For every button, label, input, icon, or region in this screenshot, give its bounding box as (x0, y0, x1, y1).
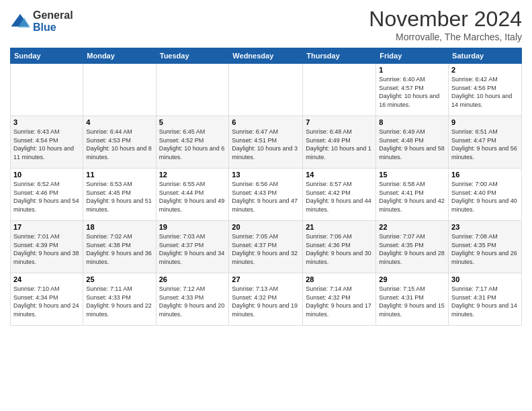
title-area: November 2024 Morrovalle, The Marches, I… (369, 7, 522, 42)
calendar-cell: 23Sunrise: 7:08 AM Sunset: 4:35 PM Dayli… (449, 221, 522, 273)
calendar-cell: 12Sunrise: 6:55 AM Sunset: 4:44 PM Dayli… (156, 169, 229, 221)
day-info: Sunrise: 6:52 AM Sunset: 4:46 PM Dayligh… (13, 180, 80, 214)
day-info: Sunrise: 6:53 AM Sunset: 4:45 PM Dayligh… (86, 180, 152, 214)
day-info: Sunrise: 7:02 AM Sunset: 4:38 PM Dayligh… (86, 232, 152, 266)
weekday-header-saturday: Saturday (449, 48, 522, 64)
day-info: Sunrise: 6:49 AM Sunset: 4:48 PM Dayligh… (379, 128, 445, 161)
calendar-cell: 17Sunrise: 7:01 AM Sunset: 4:39 PM Dayli… (11, 221, 83, 273)
calendar-cell: 24Sunrise: 7:10 AM Sunset: 4:34 PM Dayli… (11, 273, 83, 326)
day-number: 2 (451, 66, 519, 74)
logo-text: General Blue (33, 9, 73, 34)
calendar-cell: 1Sunrise: 6:40 AM Sunset: 4:57 PM Daylig… (376, 64, 449, 116)
day-number: 23 (451, 223, 519, 231)
day-number: 13 (232, 171, 300, 179)
day-number: 17 (13, 223, 80, 231)
day-info: Sunrise: 6:47 AM Sunset: 4:51 PM Dayligh… (232, 128, 300, 161)
calendar-cell: 27Sunrise: 7:13 AM Sunset: 4:32 PM Dayli… (229, 273, 303, 326)
calendar-header-row: SundayMondayTuesdayWednesdayThursdayFrid… (11, 48, 522, 64)
day-number: 16 (451, 171, 519, 179)
day-number: 24 (13, 275, 80, 283)
weekday-header-wednesday: Wednesday (229, 48, 303, 64)
day-number: 26 (159, 275, 226, 283)
calendar-cell: 22Sunrise: 7:07 AM Sunset: 4:35 PM Dayli… (376, 221, 449, 273)
calendar-cell (229, 64, 303, 116)
calendar-cell: 2Sunrise: 6:42 AM Sunset: 4:56 PM Daylig… (449, 64, 522, 116)
day-info: Sunrise: 6:51 AM Sunset: 4:47 PM Dayligh… (451, 128, 519, 161)
calendar-cell: 11Sunrise: 6:53 AM Sunset: 4:45 PM Dayli… (83, 169, 156, 221)
day-info: Sunrise: 7:17 AM Sunset: 4:31 PM Dayligh… (451, 285, 519, 318)
calendar-cell: 20Sunrise: 7:05 AM Sunset: 4:37 PM Dayli… (229, 221, 303, 273)
calendar-cell: 9Sunrise: 6:51 AM Sunset: 4:47 PM Daylig… (449, 116, 522, 169)
day-info: Sunrise: 7:11 AM Sunset: 4:33 PM Dayligh… (86, 285, 152, 318)
day-info: Sunrise: 7:05 AM Sunset: 4:37 PM Dayligh… (232, 232, 300, 266)
calendar-cell: 15Sunrise: 6:58 AM Sunset: 4:41 PM Dayli… (376, 169, 449, 221)
calendar-cell (156, 64, 229, 116)
calendar-cell: 19Sunrise: 7:03 AM Sunset: 4:37 PM Dayli… (156, 221, 229, 273)
calendar-cell: 3Sunrise: 6:43 AM Sunset: 4:54 PM Daylig… (11, 116, 83, 169)
logo-icon (10, 11, 30, 32)
calendar-cell: 16Sunrise: 7:00 AM Sunset: 4:40 PM Dayli… (449, 169, 522, 221)
calendar-week-row: 17Sunrise: 7:01 AM Sunset: 4:39 PM Dayli… (11, 221, 522, 273)
day-info: Sunrise: 7:08 AM Sunset: 4:35 PM Dayligh… (451, 232, 519, 266)
month-title: November 2024 (369, 7, 522, 32)
calendar-cell: 10Sunrise: 6:52 AM Sunset: 4:46 PM Dayli… (11, 169, 83, 221)
calendar-cell (11, 64, 83, 116)
calendar-week-row: 1Sunrise: 6:40 AM Sunset: 4:57 PM Daylig… (11, 64, 522, 116)
logo: General Blue (10, 9, 73, 34)
calendar-cell: 18Sunrise: 7:02 AM Sunset: 4:38 PM Dayli… (83, 221, 156, 273)
weekday-header-tuesday: Tuesday (156, 48, 229, 64)
day-number: 8 (379, 118, 445, 126)
day-number: 30 (451, 275, 519, 283)
calendar-cell: 29Sunrise: 7:15 AM Sunset: 4:31 PM Dayli… (376, 273, 449, 326)
day-info: Sunrise: 7:06 AM Sunset: 4:36 PM Dayligh… (306, 232, 373, 266)
day-number: 20 (232, 223, 300, 231)
calendar-cell: 28Sunrise: 7:14 AM Sunset: 4:32 PM Dayli… (303, 273, 376, 326)
day-number: 12 (159, 171, 226, 179)
day-info: Sunrise: 7:03 AM Sunset: 4:37 PM Dayligh… (159, 232, 226, 266)
location-subtitle: Morrovalle, The Marches, Italy (369, 32, 522, 42)
day-number: 21 (306, 223, 373, 231)
day-number: 10 (13, 171, 80, 179)
day-info: Sunrise: 6:42 AM Sunset: 4:56 PM Dayligh… (451, 75, 519, 109)
day-info: Sunrise: 6:55 AM Sunset: 4:44 PM Dayligh… (159, 180, 226, 214)
calendar-table: SundayMondayTuesdayWednesdayThursdayFrid… (10, 48, 522, 326)
calendar-cell: 13Sunrise: 6:56 AM Sunset: 4:43 PM Dayli… (229, 169, 303, 221)
weekday-header-sunday: Sunday (11, 48, 83, 64)
day-info: Sunrise: 6:56 AM Sunset: 4:43 PM Dayligh… (232, 180, 300, 214)
calendar-week-row: 10Sunrise: 6:52 AM Sunset: 4:46 PM Dayli… (11, 169, 522, 221)
day-number: 14 (306, 171, 373, 179)
day-number: 15 (379, 171, 445, 179)
day-info: Sunrise: 6:44 AM Sunset: 4:53 PM Dayligh… (86, 128, 152, 161)
day-info: Sunrise: 7:07 AM Sunset: 4:35 PM Dayligh… (379, 232, 445, 266)
calendar-week-row: 24Sunrise: 7:10 AM Sunset: 4:34 PM Dayli… (11, 273, 522, 326)
calendar-cell: 4Sunrise: 6:44 AM Sunset: 4:53 PM Daylig… (83, 116, 156, 169)
day-info: Sunrise: 6:45 AM Sunset: 4:52 PM Dayligh… (159, 128, 226, 161)
calendar-cell: 8Sunrise: 6:49 AM Sunset: 4:48 PM Daylig… (376, 116, 449, 169)
day-number: 9 (451, 118, 519, 126)
day-number: 3 (13, 118, 80, 126)
day-info: Sunrise: 7:13 AM Sunset: 4:32 PM Dayligh… (232, 285, 300, 318)
day-number: 19 (159, 223, 226, 231)
day-number: 11 (86, 171, 152, 179)
calendar-cell (83, 64, 156, 116)
day-number: 5 (159, 118, 226, 126)
calendar-cell: 6Sunrise: 6:47 AM Sunset: 4:51 PM Daylig… (229, 116, 303, 169)
day-info: Sunrise: 7:00 AM Sunset: 4:40 PM Dayligh… (451, 180, 519, 214)
day-number: 7 (306, 118, 373, 126)
day-info: Sunrise: 6:58 AM Sunset: 4:41 PM Dayligh… (379, 180, 445, 214)
weekday-header-thursday: Thursday (303, 48, 376, 64)
header: General Blue November 2024 Morrovalle, T… (10, 7, 522, 42)
calendar-cell (303, 64, 376, 116)
calendar-cell: 25Sunrise: 7:11 AM Sunset: 4:33 PM Dayli… (83, 273, 156, 326)
day-number: 22 (379, 223, 445, 231)
day-number: 28 (306, 275, 373, 283)
day-info: Sunrise: 6:40 AM Sunset: 4:57 PM Dayligh… (379, 75, 445, 109)
calendar-cell: 5Sunrise: 6:45 AM Sunset: 4:52 PM Daylig… (156, 116, 229, 169)
day-info: Sunrise: 7:01 AM Sunset: 4:39 PM Dayligh… (13, 232, 80, 266)
day-info: Sunrise: 7:15 AM Sunset: 4:31 PM Dayligh… (379, 285, 445, 318)
weekday-header-monday: Monday (83, 48, 156, 64)
day-number: 25 (86, 275, 152, 283)
main-container: General Blue November 2024 Morrovalle, T… (0, 0, 532, 332)
calendar-cell: 30Sunrise: 7:17 AM Sunset: 4:31 PM Dayli… (449, 273, 522, 326)
day-info: Sunrise: 7:10 AM Sunset: 4:34 PM Dayligh… (13, 285, 80, 318)
